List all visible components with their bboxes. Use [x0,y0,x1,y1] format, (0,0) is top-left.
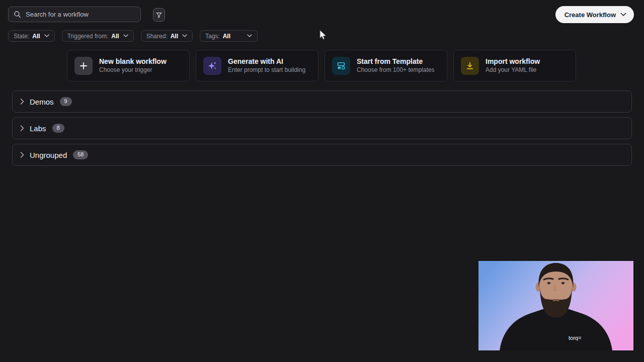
filter-triggered-from[interactable]: Triggered from: All [62,30,134,42]
create-workflow-button[interactable]: Create Workflow [555,6,634,23]
chevron-down-icon [182,34,187,38]
chevron-down-icon [620,13,626,17]
card-subtitle: Choose from 100+ templates [357,66,434,74]
template-icon [332,57,350,75]
presenter-video-overlay[interactable]: torq= [478,261,633,350]
chevron-down-icon [247,34,252,38]
start-from-template-card[interactable]: Start from Template Choose from 100+ tem… [325,50,447,81]
search-input[interactable] [26,11,135,18]
chevron-right-icon [20,152,24,158]
filter-bar: State: All Triggered from: All Shared: A… [8,30,258,42]
card-title: Start from Template [357,57,434,66]
filter-shared[interactable]: Shared: All [141,30,193,42]
search-input-wrapper[interactable] [8,7,141,22]
count-badge: 58 [73,150,88,159]
card-title: New blank workflow [99,57,167,66]
create-workflow-label: Create Workflow [565,11,616,19]
chevron-right-icon [20,99,24,105]
download-icon [461,57,479,75]
group-row-ungrouped[interactable]: Ungrouped 58 [12,144,632,166]
new-blank-workflow-card[interactable]: New blank workflow Choose your trigger [67,50,190,81]
import-workflow-card[interactable]: Import workflow Add your YAML file [453,50,576,81]
count-badge: 9 [60,97,72,106]
action-card-row: New blank workflow Choose your trigger G… [67,50,576,81]
presenter-illustration: torq= [478,261,633,350]
generate-with-ai-card[interactable]: Generate with AI Enter prompt to start b… [196,50,318,81]
card-title: Generate with AI [228,57,305,66]
filter-tags[interactable]: Tags: All [200,30,258,42]
funnel-icon [155,12,163,19]
chevron-down-icon [123,34,128,38]
chevron-down-icon [44,34,49,38]
card-title: Import workflow [486,57,540,66]
mouse-cursor [319,30,327,41]
plus-icon [74,57,93,75]
group-row-demos[interactable]: Demos 9 [12,90,632,113]
search-icon [14,11,21,18]
filter-button[interactable] [153,8,165,22]
group-name: Labs [30,124,46,133]
card-subtitle: Enter prompt to start building [228,66,305,74]
count-badge: 8 [52,124,64,133]
group-name: Ungrouped [30,151,67,159]
shirt-logo: torq= [569,335,581,341]
group-row-labs[interactable]: Labs 8 [12,117,632,139]
filter-state[interactable]: State: All [8,30,55,42]
card-subtitle: Add your YAML file [486,66,540,74]
card-subtitle: Choose your trigger [99,66,167,74]
group-name: Demos [30,98,54,106]
chevron-right-icon [20,125,24,131]
sparkles-icon [203,57,221,75]
